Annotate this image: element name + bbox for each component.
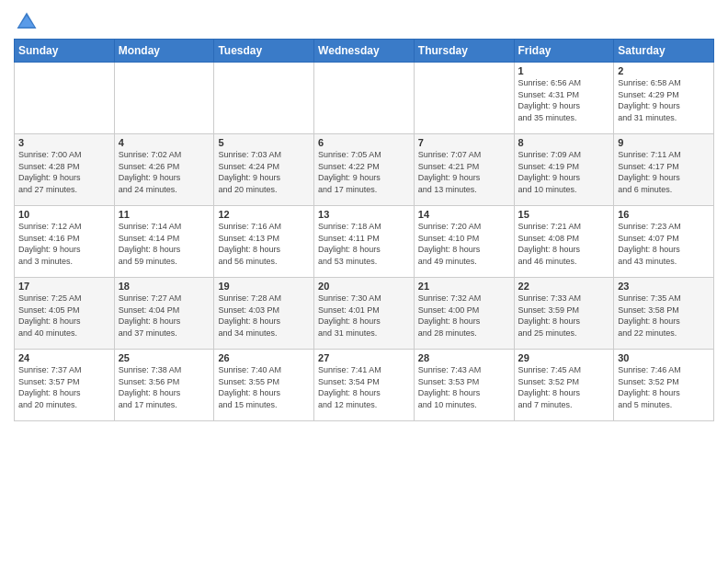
logo: [14, 9, 43, 35]
calendar-body: 1Sunrise: 6:56 AM Sunset: 4:31 PM Daylig…: [15, 63, 714, 421]
day-info: Sunrise: 7:37 AM Sunset: 3:57 PM Dayligh…: [18, 364, 110, 410]
day-info: Sunrise: 7:41 AM Sunset: 3:54 PM Dayligh…: [318, 364, 410, 410]
calendar-cell: 14Sunrise: 7:20 AM Sunset: 4:10 PM Dayli…: [414, 206, 514, 278]
weekday-header-monday: Monday: [114, 40, 214, 63]
calendar-cell: 16Sunrise: 7:23 AM Sunset: 4:07 PM Dayli…: [614, 206, 714, 278]
day-number: 27: [318, 352, 410, 363]
calendar-cell: 4Sunrise: 7:02 AM Sunset: 4:26 PM Daylig…: [114, 134, 214, 206]
calendar-cell: 3Sunrise: 7:00 AM Sunset: 4:28 PM Daylig…: [15, 134, 115, 206]
day-number: 9: [618, 137, 710, 148]
day-info: Sunrise: 6:56 AM Sunset: 4:31 PM Dayligh…: [518, 77, 610, 123]
day-number: 22: [518, 281, 610, 292]
calendar-cell: 12Sunrise: 7:16 AM Sunset: 4:13 PM Dayli…: [214, 206, 314, 278]
day-info: Sunrise: 7:32 AM Sunset: 4:00 PM Dayligh…: [418, 293, 510, 339]
calendar-cell: 9Sunrise: 7:11 AM Sunset: 4:17 PM Daylig…: [614, 134, 714, 206]
calendar-cell: 29Sunrise: 7:45 AM Sunset: 3:52 PM Dayli…: [514, 350, 614, 421]
calendar-cell: 21Sunrise: 7:32 AM Sunset: 4:00 PM Dayli…: [414, 278, 514, 350]
day-info: Sunrise: 7:07 AM Sunset: 4:21 PM Dayligh…: [418, 149, 510, 195]
calendar-cell: [314, 63, 415, 134]
day-number: 17: [18, 281, 110, 292]
day-number: 8: [518, 137, 610, 148]
day-number: 30: [618, 352, 710, 363]
day-info: Sunrise: 7:05 AM Sunset: 4:22 PM Dayligh…: [318, 149, 410, 195]
calendar-cell: 30Sunrise: 7:46 AM Sunset: 3:52 PM Dayli…: [614, 350, 714, 421]
day-info: Sunrise: 7:23 AM Sunset: 4:07 PM Dayligh…: [618, 221, 710, 267]
calendar-cell: 24Sunrise: 7:37 AM Sunset: 3:57 PM Dayli…: [15, 350, 115, 421]
day-number: 14: [418, 209, 510, 220]
day-info: Sunrise: 7:35 AM Sunset: 3:58 PM Dayligh…: [618, 293, 710, 339]
day-number: 25: [119, 352, 210, 363]
calendar-cell: 10Sunrise: 7:12 AM Sunset: 4:16 PM Dayli…: [15, 206, 115, 278]
day-info: Sunrise: 7:28 AM Sunset: 4:03 PM Dayligh…: [218, 293, 310, 339]
day-info: Sunrise: 7:25 AM Sunset: 4:05 PM Dayligh…: [18, 293, 110, 339]
week-row-3: 10Sunrise: 7:12 AM Sunset: 4:16 PM Dayli…: [15, 206, 714, 278]
calendar-cell: 8Sunrise: 7:09 AM Sunset: 4:19 PM Daylig…: [514, 134, 614, 206]
weekday-header-tuesday: Tuesday: [214, 40, 314, 63]
weekday-row: SundayMondayTuesdayWednesdayThursdayFrid…: [15, 40, 714, 63]
calendar-cell: 2Sunrise: 6:58 AM Sunset: 4:29 PM Daylig…: [614, 63, 714, 134]
weekday-header-thursday: Thursday: [414, 40, 514, 63]
day-number: 26: [218, 352, 310, 363]
calendar-cell: [15, 63, 115, 134]
page-container: SundayMondayTuesdayWednesdayThursdayFrid…: [0, 0, 728, 431]
calendar-cell: [214, 63, 314, 134]
calendar-cell: [114, 63, 214, 134]
weekday-header-wednesday: Wednesday: [314, 40, 415, 63]
calendar-cell: 7Sunrise: 7:07 AM Sunset: 4:21 PM Daylig…: [414, 134, 514, 206]
week-row-5: 24Sunrise: 7:37 AM Sunset: 3:57 PM Dayli…: [15, 350, 714, 421]
day-info: Sunrise: 7:46 AM Sunset: 3:52 PM Dayligh…: [618, 364, 710, 410]
day-number: 16: [618, 209, 710, 220]
day-number: 2: [618, 65, 710, 76]
calendar-cell: 19Sunrise: 7:28 AM Sunset: 4:03 PM Dayli…: [214, 278, 314, 350]
day-number: 18: [119, 281, 210, 292]
weekday-header-saturday: Saturday: [614, 40, 714, 63]
day-number: 3: [18, 137, 110, 148]
header: [14, 9, 714, 35]
weekday-header-friday: Friday: [514, 40, 614, 63]
calendar-cell: 22Sunrise: 7:33 AM Sunset: 3:59 PM Dayli…: [514, 278, 614, 350]
day-info: Sunrise: 7:27 AM Sunset: 4:04 PM Dayligh…: [119, 293, 210, 339]
day-info: Sunrise: 7:20 AM Sunset: 4:10 PM Dayligh…: [418, 221, 510, 267]
day-number: 13: [318, 209, 410, 220]
calendar-cell: 11Sunrise: 7:14 AM Sunset: 4:14 PM Dayli…: [114, 206, 214, 278]
calendar-cell: 28Sunrise: 7:43 AM Sunset: 3:53 PM Dayli…: [414, 350, 514, 421]
day-info: Sunrise: 7:40 AM Sunset: 3:55 PM Dayligh…: [218, 364, 310, 410]
day-number: 23: [618, 281, 710, 292]
day-info: Sunrise: 7:02 AM Sunset: 4:26 PM Dayligh…: [119, 149, 210, 195]
day-info: Sunrise: 7:16 AM Sunset: 4:13 PM Dayligh…: [218, 221, 310, 267]
day-info: Sunrise: 7:45 AM Sunset: 3:52 PM Dayligh…: [518, 364, 610, 410]
day-number: 24: [18, 352, 110, 363]
calendar-cell: 25Sunrise: 7:38 AM Sunset: 3:56 PM Dayli…: [114, 350, 214, 421]
calendar-cell: 15Sunrise: 7:21 AM Sunset: 4:08 PM Dayli…: [514, 206, 614, 278]
day-info: Sunrise: 7:00 AM Sunset: 4:28 PM Dayligh…: [18, 149, 110, 195]
day-info: Sunrise: 7:12 AM Sunset: 4:16 PM Dayligh…: [18, 221, 110, 267]
day-info: Sunrise: 7:43 AM Sunset: 3:53 PM Dayligh…: [418, 364, 510, 410]
calendar-cell: 27Sunrise: 7:41 AM Sunset: 3:54 PM Dayli…: [314, 350, 415, 421]
day-info: Sunrise: 7:09 AM Sunset: 4:19 PM Dayligh…: [518, 149, 610, 195]
day-info: Sunrise: 7:18 AM Sunset: 4:11 PM Dayligh…: [318, 221, 410, 267]
day-info: Sunrise: 7:11 AM Sunset: 4:17 PM Dayligh…: [618, 149, 710, 195]
day-info: Sunrise: 7:33 AM Sunset: 3:59 PM Dayligh…: [518, 293, 610, 339]
calendar-cell: 20Sunrise: 7:30 AM Sunset: 4:01 PM Dayli…: [314, 278, 415, 350]
calendar-cell: 26Sunrise: 7:40 AM Sunset: 3:55 PM Dayli…: [214, 350, 314, 421]
day-number: 1: [518, 65, 610, 76]
day-number: 11: [119, 209, 210, 220]
day-info: Sunrise: 7:21 AM Sunset: 4:08 PM Dayligh…: [518, 221, 610, 267]
day-number: 19: [218, 281, 310, 292]
day-number: 7: [418, 137, 510, 148]
day-number: 20: [318, 281, 410, 292]
day-number: 15: [518, 209, 610, 220]
day-number: 12: [218, 209, 310, 220]
day-number: 28: [418, 352, 510, 363]
day-number: 29: [518, 352, 610, 363]
calendar-cell: 17Sunrise: 7:25 AM Sunset: 4:05 PM Dayli…: [15, 278, 115, 350]
day-info: Sunrise: 7:03 AM Sunset: 4:24 PM Dayligh…: [218, 149, 310, 195]
weekday-header-sunday: Sunday: [15, 40, 115, 63]
calendar-cell: 23Sunrise: 7:35 AM Sunset: 3:58 PM Dayli…: [614, 278, 714, 350]
day-info: Sunrise: 6:58 AM Sunset: 4:29 PM Dayligh…: [618, 77, 710, 123]
day-info: Sunrise: 7:38 AM Sunset: 3:56 PM Dayligh…: [119, 364, 210, 410]
day-number: 21: [418, 281, 510, 292]
day-info: Sunrise: 7:30 AM Sunset: 4:01 PM Dayligh…: [318, 293, 410, 339]
logo-icon: [14, 9, 40, 35]
week-row-1: 1Sunrise: 6:56 AM Sunset: 4:31 PM Daylig…: [15, 63, 714, 134]
